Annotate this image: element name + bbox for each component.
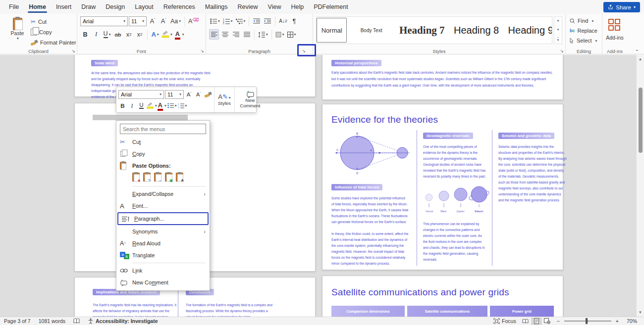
styles-gallery-scroll[interactable]: ▴ ▾ ▾ xyxy=(554,16,562,44)
bold-button[interactable]: B xyxy=(80,29,90,40)
mini-styles-button[interactable]: A✎▾ Styles xyxy=(214,87,234,112)
paste-keep-text-only-button[interactable]: A xyxy=(176,173,183,182)
scroll-down-icon[interactable]: ▼ xyxy=(637,310,644,315)
context-font[interactable]: A Font... xyxy=(116,200,210,212)
context-menu-search-input[interactable] xyxy=(123,126,203,132)
context-expand-collapse[interactable]: Expand/Collapse › xyxy=(116,188,210,200)
mini-numbering-button[interactable]: 123▾ xyxy=(178,101,187,110)
style-heading9[interactable]: Heading 9 xyxy=(504,18,552,43)
mini-font-name-select[interactable]: Arial▾ xyxy=(118,90,164,99)
subscript-button[interactable]: x2 xyxy=(124,29,134,40)
context-read-aloud[interactable]: A⁾⁾ Read Aloud xyxy=(116,237,210,249)
styles-dialog-launcher[interactable]: ↘ xyxy=(560,49,564,53)
menu-design[interactable]: Design xyxy=(101,0,130,14)
mini-format-painter-button[interactable] xyxy=(204,90,212,99)
font-name-select[interactable]: Arial▾ xyxy=(80,16,128,26)
change-case-button[interactable]: Aa▾ xyxy=(169,16,182,26)
context-synonyms[interactable]: Synonyms › xyxy=(116,226,210,237)
menu-help[interactable]: Help xyxy=(286,0,309,14)
zoom-out-button[interactable]: − xyxy=(553,318,561,324)
style-body-text[interactable]: Body Text xyxy=(349,18,393,43)
menu-review[interactable]: Review xyxy=(233,0,263,14)
zoom-level[interactable]: 70% xyxy=(623,318,644,324)
underline-button[interactable]: U▾ xyxy=(102,29,112,40)
vertical-scrollbar[interactable]: ▲ ▼ xyxy=(636,55,644,317)
page-indicator[interactable]: Page 3 of 7 xyxy=(0,318,35,324)
proofing-status[interactable] xyxy=(69,318,84,324)
align-right-button[interactable] xyxy=(231,29,241,40)
grow-font-button[interactable]: Aˆ xyxy=(148,16,158,26)
show-paragraph-marks-button[interactable]: ¶ xyxy=(289,16,299,26)
addins-button[interactable]: Add-ins xyxy=(603,16,626,51)
clipboard-dialog-launcher[interactable]: ↘ xyxy=(71,49,75,53)
copy-button[interactable]: Copy xyxy=(31,27,76,37)
clear-formatting-button[interactable]: A⌫ xyxy=(187,16,200,26)
font-dialog-launcher[interactable]: ↘ xyxy=(200,49,204,53)
decrease-indent-button[interactable] xyxy=(252,16,262,26)
mini-grow-font-button[interactable]: Aˆ xyxy=(185,90,193,99)
line-spacing-button[interactable]: ▾ xyxy=(257,29,269,40)
print-layout-button[interactable] xyxy=(531,318,542,325)
style-heading7[interactable]: Heading 7 xyxy=(396,18,448,43)
context-new-comment[interactable]: New Comment xyxy=(116,277,210,288)
paste-picture-button[interactable]: ▣ xyxy=(165,173,172,182)
page-right-top[interactable]: Historical perspectives Early speculatio… xyxy=(322,55,563,100)
word-count[interactable]: 1081 words xyxy=(35,318,69,324)
menu-mailings[interactable]: Mailings xyxy=(200,0,233,14)
justify-button[interactable] xyxy=(242,29,252,40)
context-translate[interactable]: aâ Translate xyxy=(116,249,210,261)
context-cut[interactable]: ✂ Cut xyxy=(116,136,210,148)
bullets-button[interactable]: ▾ xyxy=(209,16,221,26)
strikethrough-button[interactable]: ab xyxy=(113,29,123,40)
align-center-button[interactable] xyxy=(220,29,230,40)
find-button[interactable]: Find▾ xyxy=(566,16,602,26)
font-color-button[interactable]: A▾ xyxy=(174,29,185,40)
sort-button[interactable]: A↓Z xyxy=(278,16,288,26)
increase-indent-button[interactable] xyxy=(263,16,272,26)
context-paragraph[interactable]: Paragraph... xyxy=(117,212,209,225)
highlight-color-button[interactable]: ▾ xyxy=(161,29,173,40)
style-normal[interactable]: Normal xyxy=(317,18,347,43)
document-canvas[interactable]: Solar wind At the same time, the atmosph… xyxy=(0,55,644,317)
paragraph-dialog-launcher[interactable]: ↘ xyxy=(302,49,306,53)
mini-shrink-font-button[interactable]: Aˇ xyxy=(194,90,203,99)
align-left-button[interactable] xyxy=(209,29,219,40)
select-button[interactable]: Select▾ xyxy=(566,36,602,46)
menu-view[interactable]: View xyxy=(263,0,286,14)
text-effects-button[interactable]: A▾ xyxy=(150,29,160,40)
mini-font-size-select[interactable]: 11▾ xyxy=(165,90,184,99)
menu-pdfelement[interactable]: PDFelement xyxy=(309,0,353,14)
menu-home[interactable]: Home xyxy=(24,0,51,14)
menu-file[interactable]: File xyxy=(4,0,24,14)
menu-references[interactable]: References xyxy=(159,0,200,14)
mini-new-comment-button[interactable]: New Comment xyxy=(234,87,266,112)
page-right-middle[interactable]: Evidence for the theories B C D A Inf xyxy=(322,104,563,270)
font-size-select[interactable]: 11▾ xyxy=(129,16,147,26)
menu-layout[interactable]: Layout xyxy=(130,0,159,14)
mini-italic-button[interactable]: I xyxy=(128,101,136,110)
context-menu-search[interactable] xyxy=(120,124,206,134)
shading-button[interactable]: ▾ xyxy=(274,29,285,40)
cut-button[interactable]: ✂ Cut xyxy=(31,17,76,26)
web-layout-button[interactable] xyxy=(542,318,553,325)
page-right-bottom[interactable]: Satellite communications and power grids… xyxy=(322,276,563,317)
focus-mode-button[interactable]: Focus xyxy=(489,318,520,324)
mini-font-color-button[interactable]: A▾ xyxy=(158,101,166,110)
scrollbar-thumb[interactable] xyxy=(639,88,643,153)
numbering-button[interactable]: 123▾ xyxy=(222,16,234,26)
borders-button[interactable]: ▾ xyxy=(286,29,297,40)
zoom-slider-thumb[interactable] xyxy=(586,318,588,324)
read-mode-button[interactable] xyxy=(520,318,531,325)
mini-bold-button[interactable]: B xyxy=(118,101,127,110)
shrink-font-button[interactable]: Aˇ xyxy=(159,16,168,26)
collapse-ribbon-button[interactable]: ⌄ xyxy=(635,46,639,52)
context-link[interactable]: Link xyxy=(116,265,210,277)
paste-keep-source-formatting-button[interactable]: a xyxy=(132,173,140,182)
context-copy[interactable]: Copy xyxy=(116,148,210,160)
mini-underline-button[interactable]: U xyxy=(137,101,146,110)
accessibility-status[interactable]: Accessibility: Investigate xyxy=(84,318,161,324)
menu-insert[interactable]: Insert xyxy=(51,0,76,14)
replace-button[interactable]: bc Replace xyxy=(566,26,602,36)
multilevel-list-button[interactable]: ▾ xyxy=(235,16,247,26)
paste-merge-formatting-button[interactable]: ✎ xyxy=(143,173,151,182)
